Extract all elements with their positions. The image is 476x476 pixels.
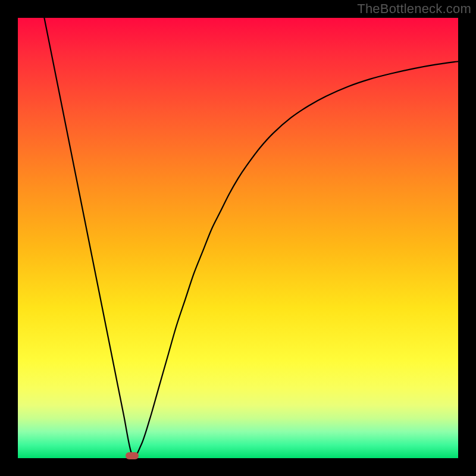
plot-area — [18, 18, 458, 458]
curve-svg — [18, 18, 458, 458]
curve-line — [44, 18, 458, 457]
chart-frame: TheBottleneck.com — [0, 0, 476, 476]
watermark-text: TheBottleneck.com — [357, 1, 471, 17]
minimum-marker — [126, 452, 139, 459]
